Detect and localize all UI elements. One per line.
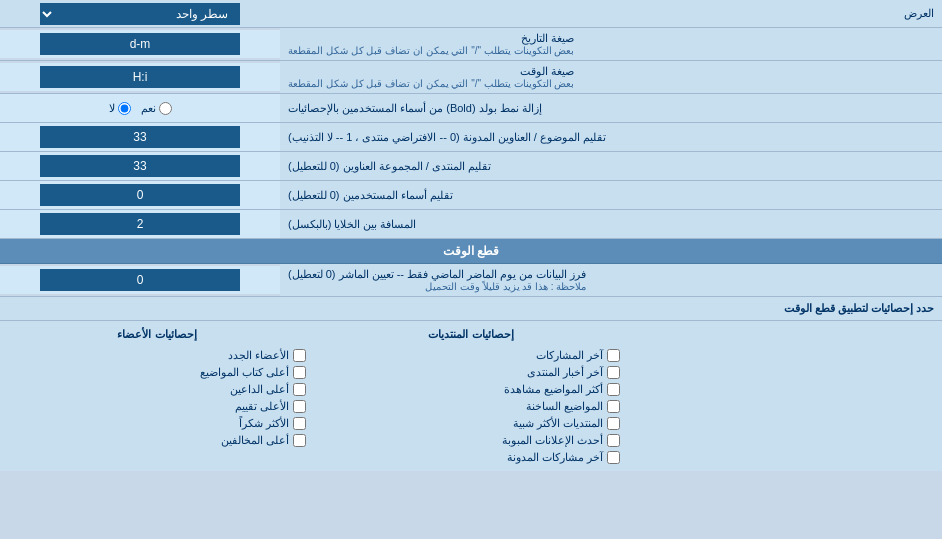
- sort-users-input[interactable]: [40, 184, 240, 206]
- sort-topics-input[interactable]: [40, 126, 240, 148]
- cutoff-row-label: فرز البيانات من يوم الماضر الماضي فقط --…: [288, 268, 586, 281]
- checkbox-limit-header-row: حدد إحصائيات لتطبيق قطع الوقت: [0, 297, 942, 321]
- sort-topics-row: تقليم الموضوع / العناوين المدونة (0 -- ا…: [0, 123, 942, 152]
- lines-select-container[interactable]: سطر واحد: [0, 1, 280, 27]
- sort-topics-label: تقليم الموضوع / العناوين المدونة (0 -- ا…: [280, 123, 942, 151]
- time-format-row: صيغة الوقت بعض التكوينات يتطلب "/" التي …: [0, 61, 942, 94]
- col2-check-4[interactable]: [293, 417, 306, 430]
- cutoff-input[interactable]: [40, 269, 240, 291]
- col1-check-0[interactable]: [607, 349, 620, 362]
- time-format-title: صيغة الوقت: [288, 65, 574, 78]
- bold-remove-label: إزالة نمط بولد (Bold) من أسماء المستخدمي…: [280, 94, 942, 122]
- bold-yes-radio[interactable]: [159, 102, 172, 115]
- date-format-title: صيغة التاريخ: [288, 32, 574, 45]
- col2-check-5[interactable]: [293, 434, 306, 447]
- bold-remove-radio-container: نعم لا: [0, 94, 280, 122]
- col1-check-1[interactable]: [607, 366, 620, 379]
- sort-topics-input-container[interactable]: [0, 123, 280, 151]
- col2-checkboxes: إحصائيات الأعضاء الأعضاء الجدد أعلى كتاب…: [0, 326, 314, 466]
- bold-yes-label[interactable]: نعم: [141, 102, 172, 115]
- time-format-input-container[interactable]: [0, 63, 280, 91]
- lines-select[interactable]: سطر واحد: [40, 3, 240, 25]
- bold-no-text: لا: [109, 102, 115, 115]
- space-cells-input-container[interactable]: [0, 210, 280, 238]
- col1-item-6[interactable]: آخر مشاركات المدونة: [322, 451, 620, 464]
- col1-check-4[interactable]: [607, 417, 620, 430]
- sort-users-row: تقليم أسماء المستخدمين (0 للتعطيل): [0, 181, 942, 210]
- col2-check-1[interactable]: [293, 366, 306, 379]
- cutoff-row-note: ملاحظة : هذا قد يزيد قليلاً وقت التحميل: [288, 281, 586, 292]
- sort-forum-input[interactable]: [40, 155, 240, 177]
- bold-remove-row: إزالة نمط بولد (Bold) من أسماء المستخدمي…: [0, 94, 942, 123]
- col2-item-3[interactable]: الأعلى تقييم: [8, 400, 306, 413]
- date-format-input-container[interactable]: [0, 30, 280, 58]
- checkbox-limit-label: حدد إحصائيات لتطبيق قطع الوقت: [8, 302, 934, 315]
- col1-check-3[interactable]: [607, 400, 620, 413]
- date-format-sublabel: بعض التكوينات يتطلب "/" التي يمكن ان تضا…: [288, 45, 574, 56]
- cutoff-section-header: قطع الوقت: [0, 239, 942, 264]
- col2-check-3[interactable]: [293, 400, 306, 413]
- col1-checkboxes: إحصائيات المنتديات آخر المشاركات آخر أخب…: [314, 326, 628, 466]
- sort-forum-row: تقليم المنتدى / المجموعة العناوين (0 للت…: [0, 152, 942, 181]
- sort-users-input-container[interactable]: [0, 181, 280, 209]
- col1-item-2[interactable]: أكثر المواضيع مشاهدة: [322, 383, 620, 396]
- col1-check-6[interactable]: [607, 451, 620, 464]
- sort-forum-input-container[interactable]: [0, 152, 280, 180]
- sort-forum-label: تقليم المنتدى / المجموعة العناوين (0 للت…: [280, 152, 942, 180]
- space-cells-input[interactable]: [40, 213, 240, 235]
- cutoff-label: فرز البيانات من يوم الماضر الماضي فقط --…: [280, 264, 942, 296]
- col2-item-5[interactable]: أعلى المخالفين: [8, 434, 306, 447]
- time-format-input[interactable]: [40, 66, 240, 88]
- bold-radio-group: نعم لا: [109, 102, 172, 115]
- header-row: العرض سطر واحد: [0, 0, 942, 28]
- col2-check-2[interactable]: [293, 383, 306, 396]
- date-format-input[interactable]: [40, 33, 240, 55]
- col1-check-2[interactable]: [607, 383, 620, 396]
- space-cells-label: المسافة بين الخلايا (بالبكسل): [280, 210, 942, 238]
- col1-item-0[interactable]: آخر المشاركات: [322, 349, 620, 362]
- space-cells-row: المسافة بين الخلايا (بالبكسل): [0, 210, 942, 239]
- col2-item-2[interactable]: أعلى الداعين: [8, 383, 306, 396]
- cutoff-row: فرز البيانات من يوم الماضر الماضي فقط --…: [0, 264, 942, 297]
- display-label: العرض: [280, 3, 942, 24]
- empty-col: [628, 326, 942, 466]
- time-format-sublabel: بعض التكوينات يتطلب "/" التي يمكن ان تضا…: [288, 78, 574, 89]
- bold-no-radio[interactable]: [118, 102, 131, 115]
- col1-header: إحصائيات المنتديات: [322, 328, 620, 341]
- bold-yes-text: نعم: [141, 102, 156, 115]
- col1-item-4[interactable]: المنتديات الأكثر شبية: [322, 417, 620, 430]
- col2-item-4[interactable]: الأكثر شكراً: [8, 417, 306, 430]
- col1-item-1[interactable]: آخر أخبار المنتدى: [322, 366, 620, 379]
- sort-users-label: تقليم أسماء المستخدمين (0 للتعطيل): [280, 181, 942, 209]
- date-format-row: صيغة التاريخ بعض التكوينات يتطلب "/" الت…: [0, 28, 942, 61]
- col2-item-0[interactable]: الأعضاء الجدد: [8, 349, 306, 362]
- col1-item-5[interactable]: أحدث الإعلانات المبوبة: [322, 434, 620, 447]
- date-format-label: صيغة التاريخ بعض التكوينات يتطلب "/" الت…: [280, 28, 942, 60]
- col1-check-5[interactable]: [607, 434, 620, 447]
- col2-header: إحصائيات الأعضاء: [8, 328, 306, 341]
- checkbox-cols-container: إحصائيات المنتديات آخر المشاركات آخر أخب…: [0, 321, 942, 471]
- time-format-label: صيغة الوقت بعض التكوينات يتطلب "/" التي …: [280, 61, 942, 93]
- col2-item-1[interactable]: أعلى كتاب المواضيع: [8, 366, 306, 379]
- bold-no-label[interactable]: لا: [109, 102, 131, 115]
- col1-item-3[interactable]: المواضيع الساخنة: [322, 400, 620, 413]
- cutoff-input-container[interactable]: [0, 266, 280, 294]
- col2-check-0[interactable]: [293, 349, 306, 362]
